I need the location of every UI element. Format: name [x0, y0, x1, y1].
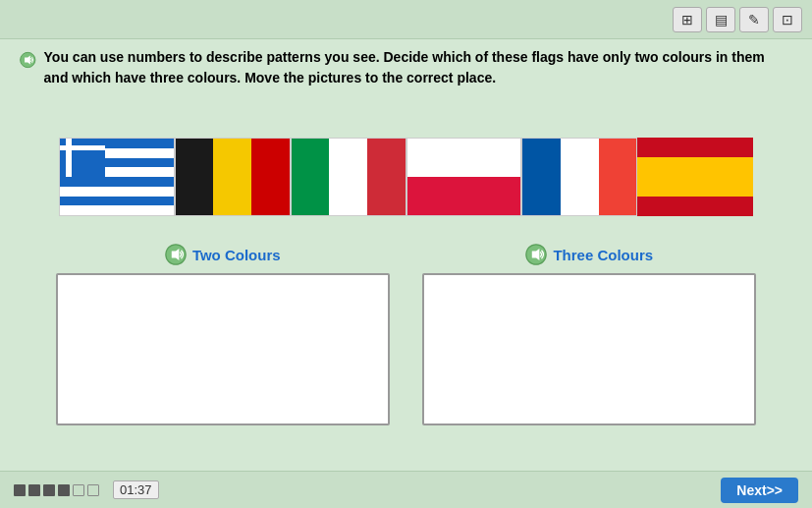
two-colours-title: Two Colours	[192, 247, 281, 263]
two-colours-drop-box[interactable]	[56, 273, 390, 425]
speaker-icon-three[interactable]	[525, 244, 547, 265]
next-button[interactable]: Next>>	[721, 478, 798, 503]
three-colours-title: Three Colours	[553, 247, 653, 263]
three-colours-container: Three Colours	[422, 244, 756, 425]
flag-italy[interactable]	[291, 138, 406, 216]
instruction-text: You can use numbers to describe patterns…	[44, 47, 792, 88]
two-colours-container: Two Colours	[56, 244, 390, 425]
dot-2	[28, 484, 40, 496]
flag-greece[interactable]	[59, 138, 175, 216]
speaker-icon-two[interactable]	[165, 244, 187, 265]
toolbar-edit-btn[interactable]: ✎	[739, 7, 769, 32]
dot-5	[73, 484, 84, 496]
toolbar: ⊞ ▤ ✎ ⊡	[0, 0, 812, 39]
two-colours-label-row: Two Colours	[165, 244, 281, 265]
bottom-bar: 01:37 Next>>	[0, 471, 812, 508]
speaker-icon[interactable]	[20, 47, 36, 73]
progress-area: 01:37	[14, 480, 159, 499]
toolbar-grid-btn[interactable]: ⊞	[673, 7, 702, 32]
drop-zones: Two Colours Three Colours	[39, 244, 773, 425]
flag-belgium[interactable]	[175, 138, 291, 216]
toolbar-print-btn[interactable]: ⊡	[773, 7, 802, 32]
flag-france[interactable]	[521, 138, 637, 216]
dot-1	[14, 484, 26, 496]
timer-display: 01:37	[113, 480, 159, 499]
flag-poland[interactable]	[406, 138, 522, 216]
flags-row	[59, 138, 753, 216]
dot-4	[58, 484, 70, 496]
instruction-area: You can use numbers to describe patterns…	[20, 47, 792, 88]
flag-spain[interactable]	[637, 138, 753, 216]
three-colours-label-row: Three Colours	[525, 244, 653, 265]
dot-3	[43, 484, 55, 496]
dot-6	[87, 484, 99, 496]
three-colours-drop-box[interactable]	[422, 273, 756, 425]
progress-dots	[14, 484, 99, 496]
toolbar-list-btn[interactable]: ▤	[706, 7, 735, 32]
